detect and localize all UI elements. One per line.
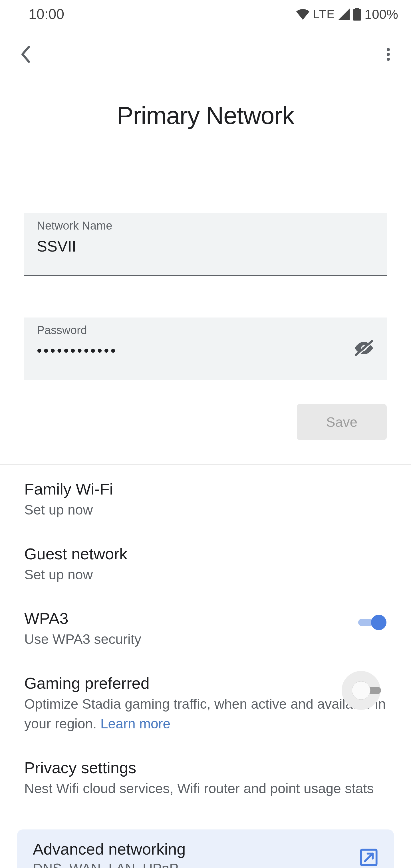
divider [0,464,411,465]
toggle-on-icon [355,613,387,632]
status-right: LTE 100% [296,6,398,22]
toggle-password-visibility-button[interactable] [354,340,374,358]
svg-rect-1 [353,9,361,21]
wpa3-toggle[interactable] [355,613,387,633]
battery-icon [353,8,361,21]
wpa3-subtitle: Use WPA3 security [24,629,341,649]
toggle-off-icon [341,671,387,710]
svg-point-10 [352,681,370,700]
status-battery-percent: 100% [365,6,398,22]
svg-point-7 [371,615,386,630]
kebab-dot-icon [387,58,390,61]
family-wifi-title: Family Wi-Fi [24,480,387,498]
svg-rect-0 [355,8,359,9]
wpa3-title: WPA3 [24,609,341,628]
guest-network-subtitle: Set up now [24,565,387,585]
gaming-preferred-item[interactable]: Gaming preferred Optimize Stadia gaming … [24,674,387,734]
open-external-icon [359,848,378,868]
status-time: 10:00 [29,6,64,23]
learn-more-link[interactable]: Learn more [100,716,170,731]
save-button-label: Save [326,414,357,430]
guest-network-item[interactable]: Guest network Set up now [24,545,387,585]
network-name-value: SSVII [37,237,374,255]
wpa3-item[interactable]: WPA3 Use WPA3 security [24,609,387,649]
password-field[interactable]: Password •••••••••••• [24,317,387,380]
wifi-icon [296,8,309,20]
back-button[interactable] [20,46,31,63]
network-name-label: Network Name [37,219,374,232]
kebab-dot-icon [387,53,390,56]
gaming-preferred-toggle[interactable] [341,671,387,712]
network-name-field[interactable]: Network Name SSVII [24,213,387,276]
eye-off-icon [354,340,374,356]
guest-network-title: Guest network [24,545,387,563]
kebab-dot-icon [387,48,390,51]
family-wifi-item[interactable]: Family Wi-Fi Set up now [24,480,387,520]
signal-icon [338,8,350,20]
privacy-settings-item[interactable]: Privacy settings Nest Wifi cloud service… [24,758,387,799]
password-value: •••••••••••• [37,342,374,359]
status-bar: 10:00 LTE 100% [0,0,411,29]
password-label: Password [37,324,374,337]
settings-list: Family Wi-Fi Set up now Guest network Se… [24,480,387,799]
gaming-preferred-subtitle: Optimize Stadia gaming traffic, when act… [24,694,387,734]
privacy-settings-subtitle: Nest Wifi cloud services, Wifi router an… [24,779,387,799]
gaming-preferred-title: Gaming preferred [24,674,333,692]
privacy-settings-title: Privacy settings [24,758,387,777]
advanced-networking-card[interactable]: Advanced networking DNS, WAN, LAN, UPnP [17,830,394,868]
save-button[interactable]: Save [297,404,387,440]
advanced-networking-subtitle: DNS, WAN, LAN, UPnP [33,861,186,868]
page-title: Primary Network [0,101,411,130]
app-bar [0,37,411,71]
more-options-button[interactable] [380,40,397,68]
advanced-networking-title: Advanced networking [33,840,186,858]
family-wifi-subtitle: Set up now [24,500,387,520]
status-lte-label: LTE [313,7,335,21]
